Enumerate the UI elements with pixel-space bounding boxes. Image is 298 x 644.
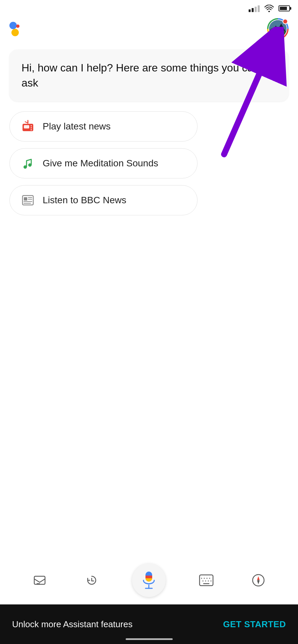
top-bar — [0, 15, 298, 46]
newspaper-icon — [20, 193, 35, 208]
home-indicator — [126, 638, 173, 640]
svg-rect-11 — [24, 125, 29, 128]
bottom-banner: Unlock more Assistant features GET START… — [0, 604, 298, 644]
history-button[interactable] — [80, 569, 103, 592]
radio-icon — [20, 119, 35, 134]
suggestion-play-news[interactable]: Play latest news — [9, 111, 198, 142]
get-started-button[interactable]: GET STARTED — [223, 619, 286, 630]
svg-point-13 — [31, 127, 32, 128]
dot-yellow — [11, 29, 19, 36]
greeting-text: Hi, how can I help? Here are some things… — [22, 62, 259, 89]
music-note-icon — [20, 156, 35, 171]
status-bar — [0, 0, 298, 15]
user-avatar[interactable] — [267, 18, 289, 40]
dot-red-small — [16, 24, 19, 28]
svg-rect-18 — [24, 197, 27, 201]
svg-rect-6 — [269, 35, 287, 38]
play-news-label: Play latest news — [43, 121, 111, 132]
suggestions-list: Play latest news Give me Meditation Soun… — [0, 111, 298, 215]
suggestion-meditation[interactable]: Give me Meditation Sounds — [9, 148, 198, 178]
google-assistant-logo — [9, 20, 27, 38]
svg-rect-27 — [145, 572, 152, 582]
microphone-button[interactable] — [132, 564, 166, 597]
bbc-news-label: Listen to BBC News — [43, 195, 126, 206]
banner-text: Unlock more Assistant features — [12, 619, 132, 630]
compass-button[interactable] — [247, 569, 270, 592]
bottom-toolbar — [0, 557, 298, 604]
svg-point-43 — [258, 580, 259, 581]
svg-point-12 — [31, 125, 32, 126]
chat-bubble: Hi, how can I help? Here are some things… — [9, 50, 289, 101]
svg-point-16 — [28, 163, 32, 167]
dot-blue — [9, 22, 17, 29]
notification-dot — [283, 19, 288, 24]
svg-point-14 — [31, 129, 32, 130]
wifi-icon — [264, 5, 274, 12]
battery-icon — [279, 5, 290, 11]
keyboard-button[interactable] — [195, 569, 218, 592]
meditation-label: Give me Meditation Sounds — [43, 158, 158, 169]
inbox-button[interactable] — [28, 569, 51, 592]
suggestion-bbc-news[interactable]: Listen to BBC News — [9, 185, 198, 215]
svg-point-15 — [24, 165, 27, 169]
svg-rect-2 — [269, 31, 287, 38]
signal-icon — [249, 5, 260, 12]
svg-point-0 — [268, 11, 270, 12]
